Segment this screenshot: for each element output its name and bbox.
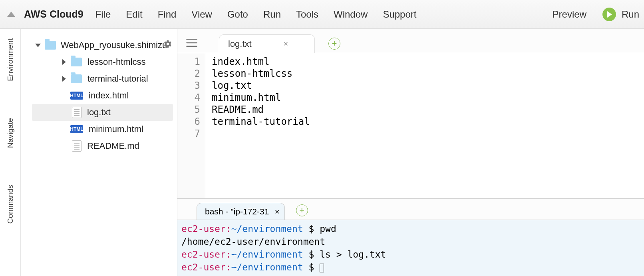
sidebar-tab-environment[interactable]: Environment [5, 36, 16, 84]
play-icon [602, 8, 616, 21]
text-file-icon [72, 107, 81, 118]
run-button[interactable]: Run [602, 8, 639, 21]
menu-items: File Edit Find View Goto Run Tools Windo… [95, 9, 417, 20]
menu-edit[interactable]: Edit [126, 9, 142, 20]
tree-item-label: minimum.html [89, 124, 143, 134]
menubar: AWS Cloud9 File Edit Find View Goto Run … [0, 0, 644, 29]
html-file-icon: HTML [70, 125, 83, 133]
tree-root[interactable]: WebApp_ryousuke.shimizu [21, 37, 177, 54]
chevron-down-icon[interactable] [35, 44, 41, 47]
tree-item[interactable]: HTMLminimum.html [32, 121, 173, 138]
folder-icon [45, 41, 56, 50]
tree-item-label: log.txt [87, 107, 111, 118]
terminal-tab[interactable]: bash - "ip-172-31 × [197, 203, 285, 220]
text-file-icon [72, 140, 81, 152]
tree-item-label: terminal-tutorial [87, 74, 148, 84]
menu-window[interactable]: Window [334, 9, 368, 20]
menu-tools[interactable]: Tools [296, 9, 318, 20]
menu-find[interactable]: Find [158, 9, 177, 20]
tree-item[interactable]: log.txt [32, 104, 173, 121]
menu-support[interactable]: Support [383, 9, 416, 20]
folder-icon [71, 74, 82, 83]
terminal-tab-label: bash - "ip-172-31 [205, 207, 269, 216]
side-rail: Environment Navigate Commands [0, 29, 21, 276]
gear-icon[interactable] [163, 40, 172, 51]
terminal-body[interactable]: ec2-user:~/environment $ pwd/home/ec2-us… [177, 220, 644, 276]
menu-goto[interactable]: Goto [227, 9, 248, 20]
run-button-label: Run [622, 9, 639, 20]
sidebar-tab-commands[interactable]: Commands [5, 182, 16, 226]
chevron-right-icon[interactable] [62, 59, 66, 65]
tree-root-label: WebApp_ryousuke.shimizu [61, 40, 167, 50]
editor-tab-label: log.txt [228, 39, 252, 49]
editor-gutter: 1234567 [177, 53, 205, 198]
terminal-panel: bash - "ip-172-31 × + ec2-user:~/environ… [177, 198, 644, 276]
close-icon[interactable]: × [274, 207, 279, 216]
preview-button[interactable]: Preview [553, 9, 586, 20]
sidebar-tab-navigate[interactable]: Navigate [5, 116, 16, 150]
tree-item[interactable]: terminal-tutorial [32, 70, 173, 87]
menu-run[interactable]: Run [263, 9, 281, 20]
editor-tabbar: log.txt × + [177, 29, 644, 53]
editor-area: log.txt × + 1234567 index.htmllesson-htm… [177, 29, 644, 276]
tree-item[interactable]: lesson-htmlcss [32, 54, 173, 70]
close-icon[interactable]: × [284, 39, 288, 48]
chevron-right-icon[interactable] [62, 76, 66, 82]
tree-item-label: index.html [89, 90, 129, 101]
code-editor[interactable]: 1234567 index.htmllesson-htmlcsslog.txtm… [177, 53, 644, 198]
terminal-tabbar: bash - "ip-172-31 × + [177, 199, 644, 220]
tree-item[interactable]: README.md [32, 138, 173, 154]
outline-icon[interactable] [185, 37, 199, 49]
editor-code[interactable]: index.htmllesson-htmlcsslog.txtminimum.h… [205, 53, 644, 198]
add-terminal-tab-button[interactable]: + [296, 204, 308, 216]
editor-tab[interactable]: log.txt × [219, 34, 315, 53]
menu-file[interactable]: File [95, 9, 111, 20]
tree-item-label: lesson-htmlcss [87, 57, 145, 67]
html-file-icon: HTML [70, 92, 83, 100]
add-tab-button[interactable]: + [328, 38, 340, 50]
tree-item-label: README.md [87, 141, 139, 151]
brand[interactable]: AWS Cloud9 [24, 8, 83, 20]
tree-item[interactable]: HTMLindex.html [32, 87, 173, 104]
folder-icon [71, 58, 82, 66]
collapse-menu-icon[interactable] [7, 12, 15, 17]
file-tree-panel: WebApp_ryousuke.shimizu lesson-htmlcsste… [21, 29, 177, 276]
menu-view[interactable]: View [191, 9, 212, 20]
